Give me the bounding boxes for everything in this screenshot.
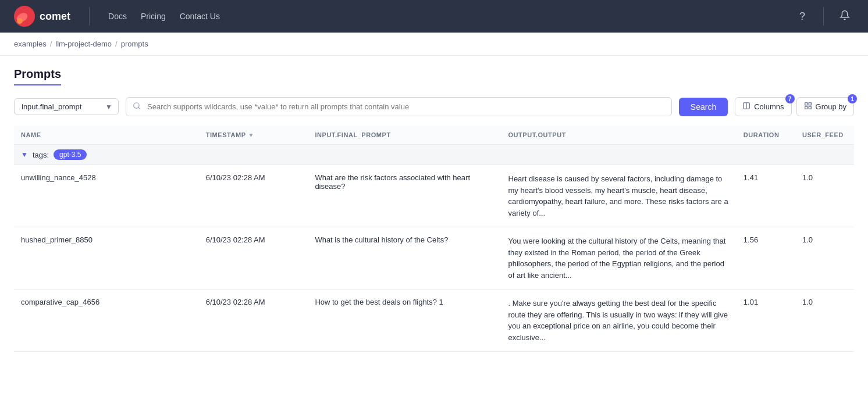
page-container: examples / llm-project-demo / prompts Pr…	[0, 33, 868, 393]
columns-button[interactable]: Columns 7	[735, 97, 791, 116]
nav-docs[interactable]: Docs	[108, 12, 127, 21]
cell-prompt: What are the risk factors associated wit…	[308, 165, 501, 227]
col-header-output: OUTPUT.OUTPUT	[501, 126, 737, 145]
nav-links: Docs Pricing Contact Us	[108, 12, 220, 21]
group-label: tags:	[33, 151, 49, 159]
chevron-down-icon: ▼	[105, 103, 112, 111]
cell-name: hushed_primer_8850	[14, 227, 199, 290]
sort-arrow-icon: ▼	[248, 132, 254, 138]
search-container	[126, 97, 672, 116]
cell-duration: 1.41	[737, 165, 795, 227]
columns-icon	[742, 102, 750, 112]
comet-logo-icon	[14, 6, 35, 27]
col-header-timestamp[interactable]: TIMESTAMP ▼	[199, 126, 308, 145]
group-cell: ▼ tags: gpt-3.5	[14, 145, 854, 165]
nav-pricing[interactable]: Pricing	[141, 12, 166, 21]
column-dropdown[interactable]: input.final_prompt ▼	[14, 98, 119, 115]
data-table: NAME TIMESTAMP ▼ INPUT.FINAL_PROMPT OUTP…	[14, 126, 854, 352]
groupby-icon	[804, 102, 812, 112]
cell-name: comparative_cap_4656	[14, 290, 199, 352]
breadcrumb-current: prompts	[121, 40, 148, 48]
table-row[interactable]: unwilling_nance_4528 6/10/23 02:28 AM Wh…	[14, 165, 854, 227]
breadcrumb-examples[interactable]: examples	[14, 40, 47, 48]
cell-feed: 1.0	[795, 227, 854, 290]
cell-timestamp: 6/10/23 02:28 AM	[199, 165, 308, 227]
col-header-duration: DURATION	[737, 126, 795, 145]
nav-right-divider	[823, 7, 824, 26]
groupby-label: Group by	[816, 102, 846, 111]
cell-duration: 1.01	[737, 290, 795, 352]
breadcrumb-project[interactable]: llm-project-demo	[55, 40, 112, 48]
notifications-icon	[839, 10, 850, 23]
columns-label: Columns	[754, 102, 784, 111]
svg-rect-6	[805, 106, 807, 109]
table-header: NAME TIMESTAMP ▼ INPUT.FINAL_PROMPT OUTP…	[14, 126, 854, 145]
nav-contact[interactable]: Contact Us	[180, 12, 220, 21]
groupby-badge: 1	[848, 94, 857, 103]
search-button[interactable]: Search	[679, 98, 728, 116]
svg-rect-5	[809, 103, 811, 105]
group-tag: gpt-3.5	[54, 149, 87, 160]
cell-name: unwilling_nance_4528	[14, 165, 199, 227]
table-row[interactable]: comparative_cap_4656 6/10/23 02:28 AM Ho…	[14, 290, 854, 352]
svg-rect-7	[809, 106, 811, 109]
col-header-prompt: INPUT.FINAL_PROMPT	[308, 126, 501, 145]
columns-badge: 7	[785, 94, 795, 103]
col-header-feed: USER_FEED	[795, 126, 854, 145]
cell-prompt: What is the cultural history of the Celt…	[308, 227, 501, 290]
svg-rect-4	[805, 103, 807, 105]
cell-duration: 1.56	[737, 227, 795, 290]
toolbar: input.final_prompt ▼ Search	[14, 97, 854, 116]
search-input[interactable]	[126, 97, 672, 116]
help-button[interactable]: ?	[793, 7, 812, 26]
group-chevron-icon[interactable]: ▼	[21, 151, 28, 159]
groupby-button[interactable]: Group by 1	[796, 97, 854, 116]
cell-prompt: How to get the best deals on flights? 1	[308, 290, 501, 352]
cell-timestamp: 6/10/23 02:28 AM	[199, 227, 308, 290]
cell-output: . Make sure you're always getting the be…	[501, 290, 737, 352]
nav-right: ?	[793, 7, 854, 26]
cell-output: You were looking at the cultural history…	[501, 227, 737, 290]
nav-divider	[89, 7, 90, 26]
page-title-row: Prompts	[14, 67, 854, 85]
navbar: comet Docs Pricing Contact Us ?	[0, 0, 868, 33]
svg-point-2	[17, 18, 23, 24]
cell-timestamp: 6/10/23 02:28 AM	[199, 290, 308, 352]
page-content: Prompts input.final_prompt ▼ Search	[0, 56, 868, 363]
dropdown-value: input.final_prompt	[22, 102, 101, 111]
table-row[interactable]: hushed_primer_8850 6/10/23 02:28 AM What…	[14, 227, 854, 290]
cell-feed: 1.0	[795, 165, 854, 227]
header-row: NAME TIMESTAMP ▼ INPUT.FINAL_PROMPT OUTP…	[14, 126, 854, 145]
toolbar-right: Columns 7 Group by 1	[735, 97, 854, 116]
page-title: Prompts	[14, 67, 61, 85]
brand-name: comet	[40, 10, 70, 23]
breadcrumb: examples / llm-project-demo / prompts	[14, 40, 854, 48]
breadcrumb-sep-1: /	[50, 40, 52, 48]
help-icon: ?	[799, 10, 805, 23]
group-row: ▼ tags: gpt-3.5	[14, 145, 854, 165]
table-body: ▼ tags: gpt-3.5 unwilling_nance_4528 6/1…	[14, 145, 854, 352]
breadcrumb-bar: examples / llm-project-demo / prompts	[0, 33, 868, 56]
cell-feed: 1.0	[795, 290, 854, 352]
cell-output: Heart disease is caused by several facto…	[501, 165, 737, 227]
breadcrumb-sep-2: /	[115, 40, 118, 48]
notifications-button[interactable]	[835, 7, 854, 26]
brand-logo[interactable]: comet	[14, 6, 70, 27]
col-header-name: NAME	[14, 126, 199, 145]
